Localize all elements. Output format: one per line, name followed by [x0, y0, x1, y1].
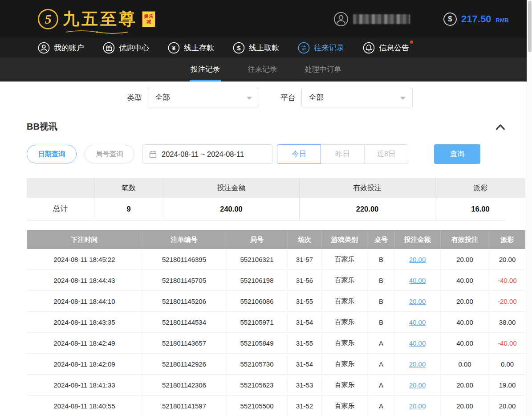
- vertical-scrollbar[interactable]: [527, 0, 532, 416]
- transfer-icon: [298, 42, 310, 54]
- cell-order-id: 521801145206: [142, 291, 226, 312]
- cell-session: 31-54: [288, 354, 321, 375]
- column-header-round-id: 局号: [226, 230, 288, 249]
- summary-header-row: 笔数投注金额有效投注派彩: [27, 178, 505, 198]
- range-button-yesterday[interactable]: 昨日: [321, 144, 365, 164]
- summary-total-label: 总计: [27, 198, 94, 220]
- balance-currency: RMB: [495, 17, 509, 24]
- cell-payout: 20.00: [489, 249, 525, 270]
- type-select[interactable]: 全部: [148, 88, 259, 107]
- cell-valid-bet: 40.00: [441, 333, 489, 354]
- username-masked: [353, 14, 410, 24]
- summary-header-cell: 有效投注: [300, 178, 435, 198]
- balance-display[interactable]: $ 217.50 RMB: [443, 12, 509, 26]
- summary-header-cell: 派彩: [435, 178, 525, 198]
- nav-item-records[interactable]: 往来记录: [298, 42, 344, 54]
- cell-payout: -20.00: [489, 291, 525, 312]
- search-button[interactable]: 查询: [434, 144, 480, 164]
- nav-item-label: 线上存款: [184, 43, 214, 53]
- cell-bet-amount-link[interactable]: 20.00: [394, 396, 441, 416]
- cell-time: 2024-08-11 18:44:43: [27, 270, 142, 291]
- withdraw-icon: $: [233, 42, 245, 54]
- bet-records-table: 下注时间注单编号局号场次游戏类别桌号投注金额有效投注派彩 2024-08-11 …: [27, 230, 505, 416]
- scrollbar-thumb[interactable]: [528, 1, 532, 52]
- date-range-input[interactable]: 2024-08-11 ~ 2024-08-11: [142, 144, 272, 164]
- dollar-coin-icon: $: [443, 12, 457, 26]
- cell-valid-bet: 20.00: [441, 291, 489, 312]
- brand-badge: 娱乐城: [142, 11, 155, 27]
- summary-table: 笔数投注金额有效投注派彩 总计9240.00220.0016.00: [27, 178, 505, 220]
- cell-valid-bet: 40.00: [441, 312, 489, 333]
- cell-bet-amount-link[interactable]: 20.00: [394, 354, 441, 375]
- summary-total-value: 16.00: [435, 198, 525, 220]
- cell-round-id: 552106321: [226, 249, 288, 270]
- nav-item-promo[interactable]: 优惠中心: [103, 42, 149, 54]
- table-row: 2024-08-11 18:42:49521801143657552105849…: [27, 333, 505, 354]
- platform-select[interactable]: 全部: [301, 88, 413, 107]
- nav-item-label: 优惠中心: [119, 43, 149, 53]
- nav-item-label: 信息公告: [379, 43, 409, 53]
- platform-filter-label: 平台: [280, 93, 296, 103]
- cell-round-id: 552106086: [226, 291, 288, 312]
- range-button-last8[interactable]: 近8日: [364, 144, 408, 164]
- cell-valid-bet: 20.00: [441, 249, 489, 270]
- summary-total-value: 220.00: [300, 198, 435, 220]
- user-account[interactable]: [333, 12, 410, 27]
- column-header-game-type: 游戏类别: [321, 230, 368, 249]
- cell-table-no: A: [368, 333, 394, 354]
- cell-round-id: 552106198: [226, 270, 288, 291]
- tab-pending-orders[interactable]: 处理中订单: [304, 58, 342, 82]
- cell-round-id: 552105971: [226, 312, 288, 333]
- nav-item-label: 往来记录: [314, 43, 344, 53]
- cell-session: 31-55: [288, 333, 321, 354]
- cell-order-id: 521801142926: [142, 354, 226, 375]
- notification-dot: [410, 41, 413, 44]
- top-header: 5 九五至尊 娱乐城 $ 217.50 RMB: [0, 0, 532, 38]
- cell-bet-amount-link[interactable]: 20.00: [394, 375, 441, 396]
- cell-session: 31-56: [288, 270, 321, 291]
- cell-payout: -40.00: [489, 270, 525, 291]
- date-query-button[interactable]: 日期查询: [27, 145, 77, 163]
- cell-order-id: 521801141597: [142, 396, 226, 416]
- collapse-chevron-up-icon[interactable]: [495, 123, 505, 131]
- cell-order-id: 521801144534: [142, 312, 226, 333]
- cell-bet-amount-link[interactable]: 40.00: [394, 270, 441, 291]
- cell-round-id: 552105500: [226, 396, 288, 416]
- cell-bet-amount-link[interactable]: 40.00: [394, 312, 441, 333]
- nav-item-deposit[interactable]: ¥线上存款: [168, 42, 214, 54]
- tab-bet-records[interactable]: 投注记录: [190, 58, 221, 82]
- cell-table-no: A: [368, 396, 394, 416]
- filter-row: 类型 全部 平台 全部: [127, 88, 532, 107]
- svg-text:$: $: [237, 45, 241, 52]
- cell-time: 2024-08-11 18:40:55: [27, 396, 142, 416]
- summary-header-cell: 投注金额: [163, 178, 300, 198]
- deposit-icon: ¥: [168, 42, 180, 54]
- round-query-button[interactable]: 局号查询: [85, 145, 134, 163]
- cell-bet-amount-link[interactable]: 40.00: [394, 333, 441, 354]
- calendar-icon: [149, 151, 157, 158]
- range-button-today[interactable]: 今日: [277, 144, 321, 164]
- cell-game-type: 百家乐: [321, 354, 368, 375]
- bet-table-body: 2024-08-11 18:45:22521801146395552106321…: [27, 249, 505, 416]
- cell-bet-amount-link[interactable]: 20.00: [394, 291, 441, 312]
- bet-table-header: 下注时间注单编号局号场次游戏类别桌号投注金额有效投注派彩: [27, 230, 505, 249]
- cell-session: 31-53: [288, 375, 321, 396]
- cell-game-type: 百家乐: [321, 249, 368, 270]
- tab-transfer-records[interactable]: 往来记录: [247, 58, 278, 82]
- cell-round-id: 552105849: [226, 333, 288, 354]
- column-header-valid-bet: 有效投注: [441, 230, 489, 249]
- nav-item-withdraw[interactable]: $线上取款: [233, 42, 279, 54]
- nav-item-account[interactable]: 我的账户: [38, 42, 84, 54]
- nav-item-news[interactable]: 信息公告: [363, 42, 409, 54]
- cell-order-id: 521801145705: [142, 270, 226, 291]
- quick-range-group: 今日昨日近8日: [277, 144, 408, 164]
- query-toolbar: 日期查询 局号查询 2024-08-11 ~ 2024-08-11 今日昨日近8…: [27, 144, 532, 164]
- table-row: 2024-08-11 18:44:10521801145206552106086…: [27, 291, 505, 312]
- table-row: 2024-08-11 18:40:55521801141597552105500…: [27, 396, 505, 416]
- gift-icon: [103, 42, 115, 54]
- table-row: 2024-08-11 18:43:35521801144534552105971…: [27, 312, 505, 333]
- cell-game-type: 百家乐: [321, 396, 368, 416]
- section-title: BB视讯: [27, 121, 57, 133]
- cell-bet-amount-link[interactable]: 20.00: [394, 249, 441, 270]
- brand-logo[interactable]: 5 九五至尊 娱乐城: [38, 9, 155, 29]
